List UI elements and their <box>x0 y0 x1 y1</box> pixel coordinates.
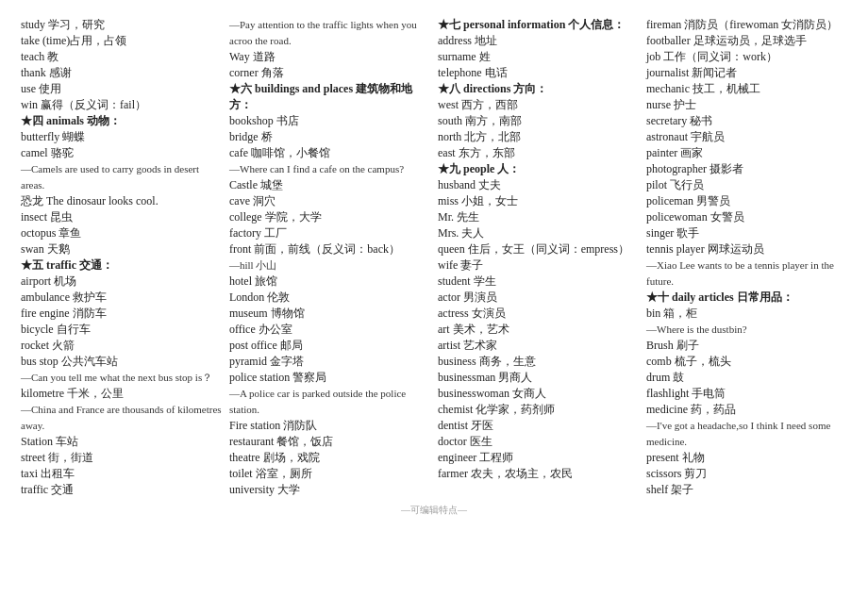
list-item: university 大学 <box>229 482 430 498</box>
list-item: fire engine 消防车 <box>21 306 222 322</box>
list-item: cafe 咖啡馆，小餐馆 <box>229 145 430 161</box>
list-item: camel 骆驼 <box>21 145 222 161</box>
list-item: traffic 交通 <box>21 482 222 498</box>
list-item: ★五 traffic 交通： <box>21 257 222 274</box>
list-item: Station 车站 <box>21 434 222 450</box>
list-item: artist 艺术家 <box>438 338 639 354</box>
list-item: Way 道路 <box>229 49 430 65</box>
list-item: scissors 剪刀 <box>646 466 847 482</box>
list-item: footballer 足球运动员，足球选手 <box>646 33 847 49</box>
list-item: theatre 剧场，戏院 <box>229 450 430 466</box>
list-item: drum 鼓 <box>646 370 847 386</box>
list-item: study 学习，研究 <box>21 17 222 33</box>
column-2: —Pay attention to the traffic lights whe… <box>229 17 430 498</box>
list-item: —Can you tell me what the next bus stop … <box>21 370 222 386</box>
list-item: Fire station 消防队 <box>229 418 430 434</box>
list-item: Brush 刷子 <box>646 338 847 354</box>
list-item: —Where is the dustbin? <box>646 322 847 338</box>
list-item: bridge 桥 <box>229 129 430 145</box>
list-item: Mrs. 夫人 <box>438 225 639 241</box>
list-item: ★六 buildings and places 建筑物和地方： <box>229 81 430 113</box>
column-4: fireman 消防员（firewoman 女消防员）footballer 足球… <box>646 17 847 498</box>
list-item: student 学生 <box>438 274 639 290</box>
list-item: rocket 火箭 <box>21 338 222 354</box>
list-item: astronaut 宇航员 <box>646 129 847 145</box>
list-item: business 商务，生意 <box>438 354 639 370</box>
list-item: ★十 daily articles 日常用品： <box>646 290 847 306</box>
list-item: wife 妻子 <box>438 257 639 274</box>
list-item: art 美术，艺术 <box>438 322 639 338</box>
list-item: office 办公室 <box>229 322 430 338</box>
list-item: octopus 章鱼 <box>21 225 222 241</box>
list-item: thank 感谢 <box>21 65 222 81</box>
list-item: swan 天鹅 <box>21 241 222 257</box>
list-item: fireman 消防员（firewoman 女消防员） <box>646 17 847 33</box>
list-item: medicine 药，药品 <box>646 402 847 418</box>
list-item: queen 住后，女王（同义词：empress） <box>438 241 639 257</box>
list-item: ★八 directions 方向： <box>438 81 639 97</box>
list-item: hotel 旅馆 <box>229 274 430 290</box>
list-item: museum 博物馆 <box>229 306 430 322</box>
column-3: ★七 personal information 个人信息：address 地址s… <box>438 17 639 498</box>
list-item: teach 教 <box>21 49 222 65</box>
list-item: pilot 飞行员 <box>646 177 847 193</box>
main-content: study 学习，研究take (time)占用，占领teach 教thank … <box>21 17 847 498</box>
list-item: businesswoman 女商人 <box>438 386 639 402</box>
list-item: butterfly 蝴蝶 <box>21 129 222 145</box>
list-item: farmer 农夫，农场主，农民 <box>438 466 639 482</box>
list-item: 恐龙 The dinosaur looks cool. <box>21 193 222 209</box>
list-item: tennis player 网球运动员 <box>646 241 847 257</box>
list-item: use 使用 <box>21 81 222 97</box>
list-item: address 地址 <box>438 33 639 49</box>
list-item: flashlight 手电筒 <box>646 386 847 402</box>
list-item: north 北方，北部 <box>438 129 639 145</box>
list-item: bicycle 自行车 <box>21 322 222 338</box>
list-item: secretary 秘书 <box>646 113 847 129</box>
list-item: restaurant 餐馆，饭店 <box>229 434 430 450</box>
list-item: —Pay attention to the traffic lights whe… <box>229 17 430 49</box>
list-item: police station 警察局 <box>229 370 430 386</box>
list-item: surname 姓 <box>438 49 639 65</box>
list-item: front 前面，前线（反义词：back） <box>229 241 430 257</box>
list-item: corner 角落 <box>229 65 430 81</box>
list-item: insect 昆虫 <box>21 209 222 225</box>
list-item: policeman 男警员 <box>646 193 847 209</box>
list-item: taxi 出租车 <box>21 466 222 482</box>
list-item: husband 丈夫 <box>438 177 639 193</box>
list-item: cave 洞穴 <box>229 193 430 209</box>
list-item: kilometre 千米，公里 <box>21 386 222 402</box>
list-item: actor 男演员 <box>438 290 639 306</box>
list-item: college 学院，大学 <box>229 209 430 225</box>
list-item: comb 梳子，梳头 <box>646 354 847 370</box>
list-item: shelf 架子 <box>646 482 847 498</box>
list-item: businessman 男商人 <box>438 370 639 386</box>
list-item: present 礼物 <box>646 450 847 466</box>
list-item: street 街，街道 <box>21 450 222 466</box>
list-item: bin 箱，柜 <box>646 306 847 322</box>
list-item: dentist 牙医 <box>438 418 639 434</box>
list-item: airport 机场 <box>21 274 222 290</box>
list-item: factory 工厂 <box>229 225 430 241</box>
list-item: —Xiao Lee wants to be a tennis player in… <box>646 257 847 290</box>
list-item: —Camels are used to carry goods in deser… <box>21 161 222 193</box>
list-item: south 南方，南部 <box>438 113 639 129</box>
list-item: painter 画家 <box>646 145 847 161</box>
list-item: —hill 小山 <box>229 257 430 274</box>
list-item: —Where can I find a cafe on the campus? <box>229 161 430 177</box>
list-item: journalist 新闻记者 <box>646 65 847 81</box>
column-1: study 学习，研究take (time)占用，占领teach 教thank … <box>21 17 222 498</box>
list-item: post office 邮局 <box>229 338 430 354</box>
list-item: telephone 电话 <box>438 65 639 81</box>
list-item: bookshop 书店 <box>229 113 430 129</box>
list-item: ambulance 救护车 <box>21 290 222 306</box>
list-item: ★七 personal information 个人信息： <box>438 17 639 33</box>
list-item: policewoman 女警员 <box>646 209 847 225</box>
list-item: —A police car is parked outside the poli… <box>229 386 430 418</box>
list-item: west 西方，西部 <box>438 97 639 113</box>
list-item: ★九 people 人： <box>438 161 639 177</box>
list-item: pyramid 金字塔 <box>229 354 430 370</box>
list-item: job 工作（同义词：work） <box>646 49 847 65</box>
footer-note: —可编辑特点— <box>21 504 847 517</box>
list-item: chemist 化学家，药剂师 <box>438 402 639 418</box>
list-item: Castle 城堡 <box>229 177 430 193</box>
